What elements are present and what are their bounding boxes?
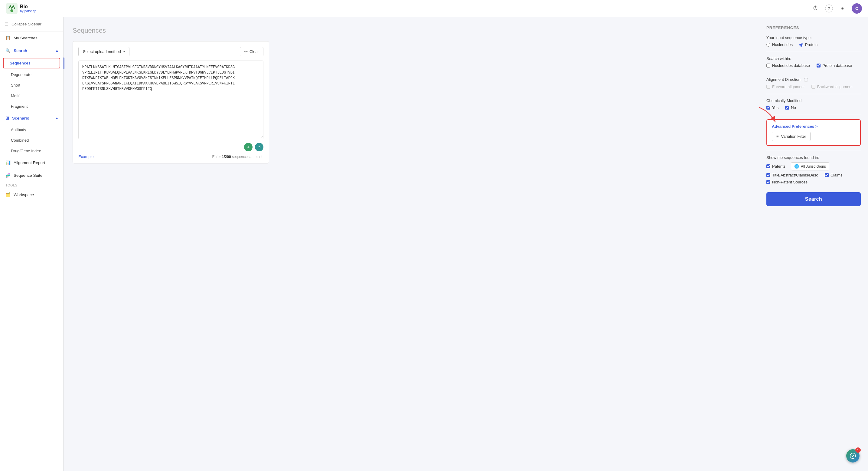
sidebar-item-sequences[interactable]: Sequences — [3, 58, 60, 68]
float-badge[interactable]: 1 — [846, 449, 860, 463]
sidebar-item-search[interactable]: 🔍 Search ▴ — [0, 44, 63, 57]
help-icon[interactable]: ? — [825, 4, 833, 12]
search-button[interactable]: Search — [766, 192, 861, 206]
protein-radio-input[interactable] — [799, 43, 803, 47]
divider-3 — [766, 94, 861, 94]
bio-logo-icon — [6, 3, 18, 14]
sequence-toolbar: Select upload method ▾ ✏ Clear — [78, 47, 264, 56]
title-abstract-checkbox[interactable] — [766, 173, 770, 177]
scenario-chevron-up-icon: ▴ — [56, 116, 58, 120]
non-patent-checkbox[interactable] — [766, 180, 770, 184]
nucleotides-db-check[interactable]: Nucleotides database — [766, 63, 810, 68]
filter-icon: ≡ — [776, 134, 779, 139]
forward-alignment-checkbox[interactable] — [766, 85, 770, 89]
protein-db-checkbox[interactable] — [816, 64, 820, 67]
patents-label: Patents — [772, 164, 785, 169]
patents-checkbox[interactable] — [766, 165, 770, 168]
nucleotides-db-checkbox[interactable] — [766, 64, 770, 67]
sidebar-item-motif[interactable]: Motif — [0, 90, 63, 101]
nucleotides-radio-input[interactable] — [766, 43, 770, 47]
collapse-sidebar-btn[interactable]: ☰ Collapse Sidebar — [0, 17, 63, 31]
sidebar-item-antibody[interactable]: Antibody — [0, 124, 63, 135]
search-within-section: Search within: Nucleotides database Prot… — [766, 56, 861, 68]
advanced-prefs-link[interactable]: Advanced Preferences > — [772, 124, 855, 129]
yes-check[interactable]: Yes — [766, 105, 778, 110]
refresh-sequence-icon[interactable]: ↺ — [255, 143, 264, 151]
title-claims-row: Title/Abstract/Claims/Desc Claims — [766, 173, 861, 177]
input-type-section: Your input sequence type: Nucleotides Pr… — [766, 35, 861, 47]
clear-label: Clear — [249, 49, 259, 54]
show-sequences-label: Show me sequences found in: — [766, 155, 861, 160]
upload-method-select[interactable]: Select upload method ▾ — [78, 47, 129, 56]
sidebar-item-combined[interactable]: Combined — [0, 135, 63, 146]
no-check[interactable]: No — [785, 105, 796, 110]
patents-check[interactable]: Patents — [766, 164, 785, 169]
search-label: Search — [13, 49, 27, 53]
add-sequence-icon[interactable]: + — [244, 143, 252, 151]
variation-filter-button[interactable]: ≡ Variation Filter — [772, 132, 810, 141]
preferences-panel: PREFERENCES Your input sequence type: Nu… — [759, 17, 868, 471]
eraser-icon: ✏ — [244, 49, 248, 54]
all-jurisdictions-button[interactable]: 🌐 All Jurisdictions — [791, 162, 829, 170]
motif-label: Motif — [11, 93, 19, 98]
sequence-suite-label: Sequence Suite — [13, 173, 42, 178]
advanced-prefs-box: Advanced Preferences > ≡ Variation Filte… — [766, 119, 861, 146]
float-badge-count: 1 — [855, 447, 861, 453]
clear-button[interactable]: ✏ Clear — [240, 47, 264, 56]
yes-checkbox[interactable] — [766, 106, 770, 110]
timer-icon[interactable]: ⏱ — [812, 4, 819, 12]
sidebar-item-sequence-suite[interactable]: 🧬 Sequence Suite — [0, 169, 63, 182]
alignment-report-label: Alignment Report — [13, 160, 45, 165]
tools-label: Tools — [0, 182, 63, 188]
divider-5 — [766, 151, 861, 151]
svg-point-1 — [10, 9, 13, 12]
sequences-label: Sequences — [10, 61, 31, 65]
alignment-direction-row: Forward alignment Backward alignment — [766, 84, 861, 89]
title-abstract-check[interactable]: Title/Abstract/Claims/Desc — [766, 173, 818, 177]
float-badge-icon — [849, 452, 856, 459]
sequence-count: Enter 1/200 sequences at most. — [212, 155, 264, 159]
degenerate-label: Degenerate — [11, 72, 31, 77]
main-layout: ☰ Collapse Sidebar 📋 My Searches 🔍 Searc… — [0, 17, 868, 471]
sidebar-item-my-searches[interactable]: 📋 My Searches — [0, 31, 63, 44]
example-link[interactable]: Example — [78, 154, 94, 159]
sequence-textarea[interactable]: MPATLKNSSATLKLNTGASIPVLGFGTWRSVDNNGYHSVI… — [78, 61, 264, 139]
protein-radio[interactable]: Protein — [799, 42, 817, 47]
sidebar-item-scenario[interactable]: ⊞ Scenario ▴ — [0, 112, 63, 124]
protein-db-label: Protein database — [822, 63, 852, 68]
claims-check[interactable]: Claims — [825, 173, 843, 177]
protein-db-check[interactable]: Protein database — [816, 63, 852, 68]
backward-alignment-check[interactable]: Backward alignment — [811, 84, 852, 89]
sidebar-item-fragment[interactable]: Fragment — [0, 101, 63, 112]
my-searches-icon: 📋 — [5, 35, 10, 40]
alignment-info-icon[interactable]: i — [804, 78, 808, 82]
alignment-report-icon: 📊 — [5, 160, 10, 165]
sidebar-item-short[interactable]: Short — [0, 80, 63, 90]
scenario-icon: ⊞ — [5, 116, 9, 120]
variation-filter-label: Variation Filter — [781, 134, 806, 139]
chemically-modified-label: Chemically Modified: — [766, 98, 861, 103]
protein-radio-label: Protein — [805, 42, 817, 47]
page-title: Sequences — [72, 27, 750, 34]
nucleotides-radio-label: Nucleotides — [772, 42, 793, 47]
sidebar-item-drug-gene[interactable]: Drug/Gene Index — [0, 146, 63, 156]
non-patent-check[interactable]: Non-Patent Sources — [766, 180, 861, 184]
sequence-box: Select upload method ▾ ✏ Clear MPATLKNSS… — [72, 41, 269, 164]
chevron-down-icon: ▾ — [123, 50, 125, 53]
sidebar-item-alignment-report[interactable]: 📊 Alignment Report — [0, 156, 63, 169]
my-searches-label: My Searches — [13, 36, 37, 40]
backward-alignment-checkbox[interactable] — [811, 85, 815, 89]
no-checkbox[interactable] — [785, 106, 789, 110]
divider-4 — [766, 115, 861, 115]
grid-icon[interactable]: ⊞ — [838, 4, 846, 12]
title-abstract-label: Title/Abstract/Claims/Desc — [772, 173, 818, 177]
claims-checkbox[interactable] — [825, 173, 829, 177]
main-panel: Sequences Select upload method ▾ ✏ Clear… — [63, 17, 759, 471]
sidebar-item-degenerate[interactable]: Degenerate — [0, 69, 63, 80]
sequences-wrapper: Select upload method ▾ ✏ Clear MPATLKNSS… — [72, 41, 750, 164]
nucleotides-radio[interactable]: Nucleotides — [766, 42, 793, 47]
sidebar-item-workspace[interactable]: 🗂️ Workspace — [0, 188, 63, 201]
advanced-prefs-wrapper: Advanced Preferences > ≡ Variation Filte… — [766, 119, 861, 146]
forward-alignment-check[interactable]: Forward alignment — [766, 84, 805, 89]
user-avatar[interactable]: C — [852, 3, 862, 13]
